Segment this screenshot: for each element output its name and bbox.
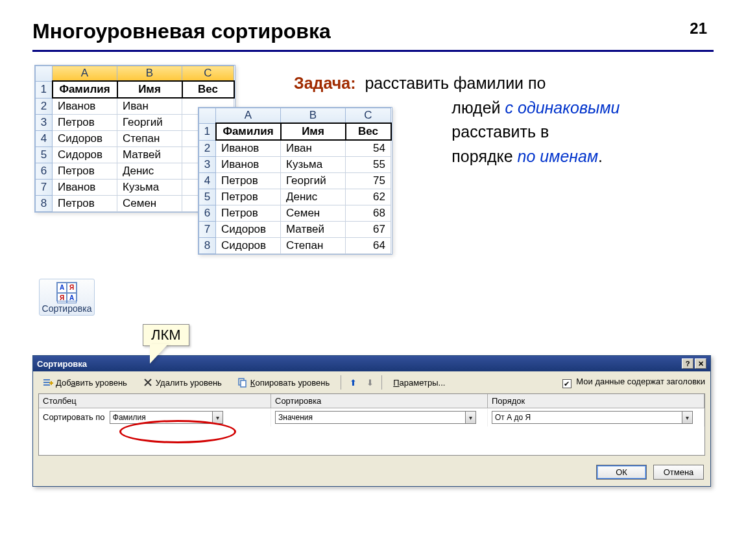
cell[interactable]: Петров [216, 205, 281, 222]
cell[interactable]: Вес [182, 81, 234, 98]
row-header[interactable]: 1 [199, 123, 216, 140]
cell[interactable]: Матвей [117, 147, 182, 163]
delete-level-button[interactable]: Удалить уровень [138, 375, 226, 390]
cell[interactable]: Петров [53, 196, 117, 212]
cell[interactable]: Степан [117, 131, 182, 147]
cell[interactable]: 62 [346, 189, 391, 205]
cell[interactable]: Фамилия [216, 123, 281, 140]
add-level-button[interactable]: Добавить уровень [38, 375, 132, 390]
row-header[interactable]: 7 [199, 222, 216, 238]
cell[interactable]: Сидоров [53, 147, 117, 163]
checkbox-icon: ✔ [562, 379, 572, 388]
row-header[interactable]: 8 [199, 238, 216, 254]
sort-on-combo[interactable]: Значения [275, 411, 476, 424]
cell[interactable]: Сидоров [216, 222, 281, 238]
row-header[interactable]: 1 [36, 81, 53, 98]
row-header[interactable]: 6 [36, 163, 53, 180]
dialog-toolbar: Добавить уровень Удалить уровень Копиров… [33, 371, 710, 393]
cell[interactable]: Иванов [216, 157, 281, 173]
grid-col-header: Сортировка [271, 394, 488, 408]
sort-dialog: Сортировка ? ✕ Добавить уровень Удалить … [32, 355, 711, 487]
help-button[interactable]: ? [682, 358, 693, 369]
params-button[interactable]: Параметры... [389, 376, 450, 390]
callout-lkm: ЛКМ [143, 324, 189, 346]
cell[interactable]: Петров [53, 115, 117, 131]
row-header[interactable]: 4 [36, 131, 53, 147]
row-header[interactable]: 3 [199, 157, 216, 173]
cell[interactable]: 68 [346, 205, 391, 222]
cell[interactable]: Кузьма [117, 180, 182, 196]
row-header[interactable]: 2 [36, 98, 53, 115]
corner-cell[interactable] [36, 66, 53, 82]
cell[interactable]: Иванов [53, 98, 117, 115]
sort-ribbon-button[interactable]: АЯ ЯА Сортировка [39, 279, 95, 316]
col-header[interactable]: A [216, 108, 281, 124]
move-up-button[interactable]: ⬆ [348, 377, 358, 388]
move-down-button[interactable]: ⬇ [365, 377, 375, 388]
separator [341, 375, 341, 390]
cell[interactable]: Денис [117, 163, 182, 180]
col-header[interactable]: A [53, 66, 117, 82]
cell[interactable]: Иван [117, 98, 182, 115]
row-header[interactable]: 5 [199, 189, 216, 205]
cell[interactable]: Петров [53, 163, 117, 180]
col-header[interactable]: C [182, 66, 234, 82]
cell[interactable]: 64 [346, 238, 391, 254]
task-label: Задача: [294, 74, 355, 92]
cell[interactable]: Иванов [53, 180, 117, 196]
sort-button-label: Сортировка [41, 303, 93, 314]
cell[interactable]: Фамилия [53, 81, 117, 98]
cell[interactable]: 67 [346, 222, 391, 238]
col-header[interactable]: B [117, 66, 182, 82]
task-text: Задача: расставить фамилии по аааааааааа… [294, 71, 735, 169]
close-button[interactable]: ✕ [695, 358, 706, 369]
dialog-title: Сортировка [37, 359, 87, 369]
copy-level-button[interactable]: Копировать уровень [233, 375, 334, 390]
page-title: Многоуровневая сортировка [32, 19, 714, 43]
cell[interactable]: Семен [117, 196, 182, 212]
has-headers-checkbox[interactable]: ✔ Мои данные содержат заголовки [562, 377, 705, 388]
title-rule [32, 50, 714, 52]
cell[interactable]: Семен [281, 205, 346, 222]
copy-icon [237, 377, 248, 388]
sort-field-combo[interactable]: Фамилия [110, 411, 223, 424]
dialog-titlebar[interactable]: Сортировка ? ✕ [33, 356, 710, 371]
cell[interactable]: Имя [117, 81, 182, 98]
page-number: 21 [690, 19, 707, 38]
cell[interactable]: Степан [281, 238, 346, 254]
corner-cell[interactable] [199, 108, 216, 124]
svg-rect-2 [43, 384, 50, 386]
ok-button[interactable]: ОК [596, 465, 647, 480]
row-header[interactable]: 4 [199, 173, 216, 189]
cell[interactable]: Матвей [281, 222, 346, 238]
cell[interactable]: Георгий [117, 115, 182, 131]
cell[interactable]: Петров [216, 189, 281, 205]
grid-col-header: Столбец [39, 394, 271, 408]
delete-icon [143, 377, 153, 388]
row-header[interactable]: 8 [36, 196, 53, 212]
sort-levels-grid: Столбец Сортировка Порядок Сортировать п… [38, 393, 705, 456]
svg-rect-4 [241, 380, 246, 387]
cancel-button[interactable]: Отмена [653, 465, 704, 480]
cell[interactable]: Сидоров [53, 131, 117, 147]
sort-icon: АЯ ЯА [56, 282, 77, 301]
sort-by-label: Сортировать по [43, 412, 105, 422]
row-header[interactable]: 7 [36, 180, 53, 196]
sort-order-combo[interactable]: От А до Я [492, 411, 693, 424]
row-header[interactable]: 2 [199, 140, 216, 157]
row-header[interactable]: 3 [36, 115, 53, 131]
separator [381, 375, 382, 390]
cell[interactable]: Сидоров [216, 238, 281, 254]
row-header[interactable]: 6 [199, 205, 216, 222]
grid-col-header: Порядок [488, 394, 704, 408]
cell[interactable]: Георгий [281, 173, 346, 189]
dialog-footer: ОК Отмена [33, 461, 710, 486]
add-level-icon [43, 377, 53, 388]
row-header[interactable]: 5 [36, 147, 53, 163]
cell[interactable]: Иванов [216, 140, 281, 157]
svg-rect-0 [43, 379, 50, 380]
svg-rect-1 [43, 382, 50, 383]
cell[interactable]: Петров [216, 173, 281, 189]
cell[interactable]: 75 [346, 173, 391, 189]
cell[interactable]: Денис [281, 189, 346, 205]
